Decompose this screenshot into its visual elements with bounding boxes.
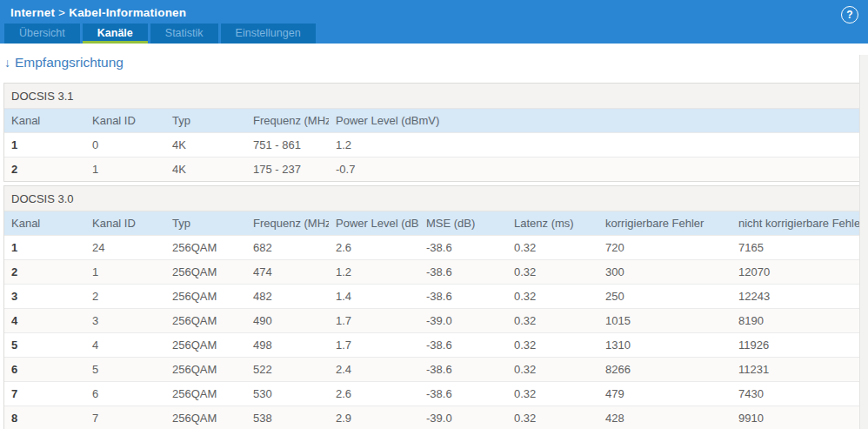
column-header: Typ xyxy=(165,109,246,133)
top-header: Internet>Kabel-Informationen ? Übersicht… xyxy=(0,0,868,44)
column-header: Typ xyxy=(165,211,246,236)
breadcrumb-page-title: Kabel-Informationen xyxy=(69,6,186,19)
table-cell: 1 xyxy=(4,236,85,260)
content-area: ↓Empfangsrichtung DOCSIS 3.1 KanalKanal … xyxy=(0,55,868,429)
table-cell: 175 - 237 xyxy=(246,158,329,182)
column-header: korrigierbare Fehler xyxy=(598,211,731,236)
table-cell: 256QAM xyxy=(165,333,246,358)
table-cell: -38.6 xyxy=(419,333,507,358)
table-cell: 8266 xyxy=(598,358,731,382)
table-cell: 1.2 xyxy=(329,260,419,285)
help-icon[interactable]: ? xyxy=(841,6,858,23)
column-header: Kanal xyxy=(4,109,85,133)
table-cell: 0.32 xyxy=(507,333,598,358)
table-cell: 522 xyxy=(246,358,329,382)
column-header: Kanal xyxy=(4,211,85,236)
table-cell: 2.6 xyxy=(329,236,419,260)
arrow-down-icon: ↓ xyxy=(4,56,10,70)
table-cell: 1.4 xyxy=(329,285,419,309)
table-cell: 5 xyxy=(4,333,85,358)
table-cell: 11231 xyxy=(731,358,859,382)
table-cell: 4 xyxy=(4,309,85,333)
table-cell: 7 xyxy=(85,406,165,429)
tab-einstellungen[interactable]: Einstellungen xyxy=(221,23,316,44)
docsis30-table-block: DOCSIS 3.0 KanalKanal IDTypFrequenz (MHz… xyxy=(3,185,860,429)
table-row: 54256QAM4981.7-38.60.32131011926 xyxy=(4,333,859,358)
table-cell: 7165 xyxy=(731,236,859,260)
table-cell: -38.6 xyxy=(419,236,507,260)
table-cell: 1.2 xyxy=(329,133,859,158)
docsis30-table: KanalKanal IDTypFrequenz (MHz)Power Leve… xyxy=(4,211,859,429)
table-cell: 8 xyxy=(4,406,85,429)
column-header: Frequenz (MHz) xyxy=(246,211,329,236)
table-cell: -38.6 xyxy=(419,382,507,406)
table-cell: 1 xyxy=(85,260,165,285)
table-cell: 0.32 xyxy=(507,382,598,406)
table-cell: 2 xyxy=(4,158,85,182)
tab-kanaele[interactable]: Kanäle xyxy=(83,23,148,44)
table-row: 43256QAM4901.7-39.00.3210158190 xyxy=(4,309,859,333)
table-cell: -38.6 xyxy=(419,285,507,309)
table-cell: 1 xyxy=(4,133,85,158)
table-row: 21256QAM4741.2-38.60.3230012070 xyxy=(4,260,859,285)
table-cell: 256QAM xyxy=(165,358,246,382)
table-cell: 8190 xyxy=(731,309,859,333)
column-header: Frequenz (MHz) xyxy=(246,109,329,133)
table-cell: 256QAM xyxy=(165,309,246,333)
table-cell: 1.7 xyxy=(329,309,419,333)
table-cell: 256QAM xyxy=(165,382,246,406)
table-cell: 4K xyxy=(165,133,246,158)
table-cell: 256QAM xyxy=(165,236,246,260)
table-cell: 12070 xyxy=(731,260,859,285)
section-heading-empfangsrichtung[interactable]: ↓Empfangsrichtung xyxy=(4,55,124,70)
table-cell: 2 xyxy=(4,260,85,285)
table-cell: 3 xyxy=(85,309,165,333)
tab-bar: Übersicht Kanäle Statistik Einstellungen xyxy=(4,23,316,44)
table-cell: 0 xyxy=(85,133,165,158)
table-cell: 1 xyxy=(85,158,165,182)
table-cell: 0.32 xyxy=(507,285,598,309)
table-cell: -39.0 xyxy=(419,309,507,333)
column-header: Latenz (ms) xyxy=(507,211,598,236)
column-header: Power Level (dBmV) xyxy=(329,109,859,133)
table-cell: -0.7 xyxy=(329,158,859,182)
docsis31-table-block: DOCSIS 3.1 KanalKanal IDTypFrequenz (MHz… xyxy=(3,83,860,182)
column-header: Power Level (dBmV) xyxy=(329,211,419,236)
table-header-row: KanalKanal IDTypFrequenz (MHz)Power Leve… xyxy=(4,109,859,133)
table-cell: 6 xyxy=(4,358,85,382)
table-cell: 490 xyxy=(246,309,329,333)
table-cell: 4 xyxy=(85,333,165,358)
table-cell: 256QAM xyxy=(165,285,246,309)
breadcrumb-separator: > xyxy=(55,6,69,19)
table-cell: 256QAM xyxy=(165,260,246,285)
table-cell: 479 xyxy=(598,382,731,406)
section-title: Empfangsrichtung xyxy=(15,55,124,70)
table-cell: 428 xyxy=(598,406,731,429)
table-cell: 1310 xyxy=(598,333,731,358)
table-cell: 4K xyxy=(165,158,246,182)
table-cell: 7430 xyxy=(731,382,859,406)
table-row: 65256QAM5222.4-38.60.32826611231 xyxy=(4,358,859,382)
table-cell: 250 xyxy=(598,285,731,309)
tab-statistik[interactable]: Statistik xyxy=(150,23,218,44)
vertical-scrollbar[interactable] xyxy=(859,55,868,429)
docsis31-label: DOCSIS 3.1 xyxy=(4,84,859,109)
table-row: 124256QAM6822.6-38.60.327207165 xyxy=(4,236,859,260)
table-cell: 0.32 xyxy=(507,309,598,333)
tab-uebersicht[interactable]: Übersicht xyxy=(4,23,80,44)
table-cell: 720 xyxy=(598,236,731,260)
table-cell: 1.7 xyxy=(329,333,419,358)
table-row: 87256QAM5382.9-39.00.324289910 xyxy=(4,406,859,429)
table-row: 214K175 - 237-0.7 xyxy=(4,158,859,182)
breadcrumb-internet[interactable]: Internet xyxy=(10,6,55,19)
table-row: 32256QAM4821.4-38.60.3225012243 xyxy=(4,285,859,309)
table-cell: 0.32 xyxy=(507,236,598,260)
table-cell: 2 xyxy=(85,285,165,309)
table-cell: -39.0 xyxy=(419,406,507,429)
table-cell: 0.32 xyxy=(507,358,598,382)
column-header: MSE (dB) xyxy=(419,211,507,236)
column-header: Kanal ID xyxy=(85,109,165,133)
breadcrumb: Internet>Kabel-Informationen xyxy=(0,0,868,19)
table-cell: 0.32 xyxy=(507,406,598,429)
column-header: nicht korrigierbare Fehler xyxy=(731,211,859,236)
